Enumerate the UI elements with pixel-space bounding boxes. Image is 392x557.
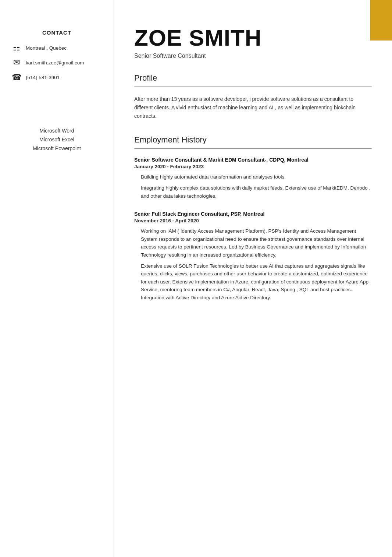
resume-page: CONTACT ⚏ Montreal , Quebec ✉ kari.smith…: [0, 0, 392, 557]
phone-item: ☎ (514) 581-3901: [11, 73, 103, 82]
phone-icon: ☎: [11, 73, 22, 82]
employment-section-title: Employment History: [134, 135, 372, 145]
job-1-bullet-2: Integrating highly complex data solution…: [141, 184, 372, 200]
phone-text: (514) 581-3901: [26, 75, 60, 80]
sidebar: CONTACT ⚏ Montreal , Quebec ✉ kari.smith…: [0, 0, 114, 557]
email-icon: ✉: [11, 58, 22, 67]
contact-section: CONTACT ⚏ Montreal , Quebec ✉ kari.smith…: [11, 29, 103, 87]
profile-divider: [134, 87, 372, 87]
job-2-bullet-1: Working on IAM ( Identity Access Managem…: [141, 227, 372, 259]
employment-divider: [134, 148, 372, 149]
profile-text: After more than 13 years as a software d…: [134, 95, 372, 120]
gold-accent-decoration: [370, 0, 392, 40]
skill-1: Microsoft Word: [33, 128, 81, 134]
job-2-bullet-2: Extensive use of SOLR Fusion Technologie…: [141, 262, 372, 302]
skill-2: Microsoft Excel: [33, 137, 81, 142]
contact-title: CONTACT: [11, 29, 103, 36]
job-2-company: Senior Full Stack Engineer Consultant, P…: [134, 211, 372, 217]
candidate-job-title: Senior Software Consultant: [134, 53, 372, 59]
job-2-dates: November 2016 - April 2020: [134, 218, 372, 223]
skill-3: Microsoft Powerpoint: [33, 145, 81, 151]
job-1-company: Senior Software Consultant & Markit EDM …: [134, 157, 372, 163]
job-1-bullet-1: Building highly automated data transform…: [141, 173, 372, 181]
skills-section: Microsoft Word Microsoft Excel Microsoft…: [33, 128, 81, 154]
job-1-bullets: Building highly automated data transform…: [134, 173, 372, 200]
location-icon: ⚏: [11, 43, 22, 53]
job-2-bullets: Working on IAM ( Identity Access Managem…: [134, 227, 372, 302]
email-item: ✉ kari.smith.zoe@gmail.com: [11, 58, 103, 67]
candidate-name: ZOE SMITH: [134, 26, 372, 50]
main-content: ZOE SMITH Senior Software Consultant Pro…: [114, 0, 392, 557]
job-entry-1: Senior Software Consultant & Markit EDM …: [134, 157, 372, 200]
email-text: kari.smith.zoe@gmail.com: [26, 60, 84, 66]
location-text: Montreal , Quebec: [26, 45, 67, 51]
profile-section-title: Profile: [134, 73, 372, 83]
job-entry-2: Senior Full Stack Engineer Consultant, P…: [134, 211, 372, 302]
job-1-dates: January 2020 - February 2023: [134, 164, 372, 169]
location-item: ⚏ Montreal , Quebec: [11, 43, 103, 53]
